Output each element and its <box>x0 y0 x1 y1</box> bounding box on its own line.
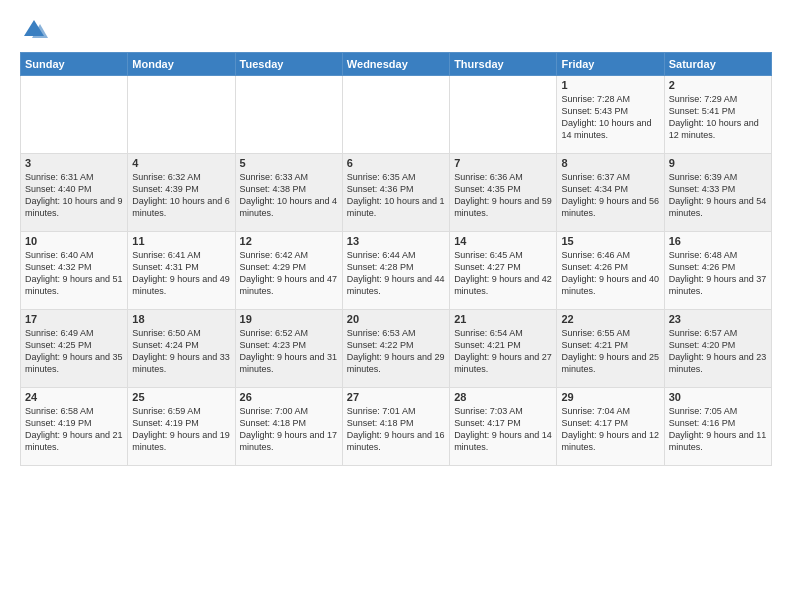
calendar-header-row: SundayMondayTuesdayWednesdayThursdayFrid… <box>21 53 772 76</box>
day-number: 5 <box>240 157 338 169</box>
day-info: Sunrise: 6:49 AM Sunset: 4:25 PM Dayligh… <box>25 327 123 376</box>
day-info: Sunrise: 6:41 AM Sunset: 4:31 PM Dayligh… <box>132 249 230 298</box>
calendar-week-row: 24Sunrise: 6:58 AM Sunset: 4:19 PM Dayli… <box>21 388 772 466</box>
day-info: Sunrise: 6:46 AM Sunset: 4:26 PM Dayligh… <box>561 249 659 298</box>
calendar-cell <box>21 76 128 154</box>
day-info: Sunrise: 6:57 AM Sunset: 4:20 PM Dayligh… <box>669 327 767 376</box>
day-number: 7 <box>454 157 552 169</box>
calendar-cell: 16Sunrise: 6:48 AM Sunset: 4:26 PM Dayli… <box>664 232 771 310</box>
weekday-header: Friday <box>557 53 664 76</box>
day-info: Sunrise: 6:37 AM Sunset: 4:34 PM Dayligh… <box>561 171 659 220</box>
day-info: Sunrise: 6:50 AM Sunset: 4:24 PM Dayligh… <box>132 327 230 376</box>
calendar-cell: 11Sunrise: 6:41 AM Sunset: 4:31 PM Dayli… <box>128 232 235 310</box>
day-number: 29 <box>561 391 659 403</box>
day-number: 17 <box>25 313 123 325</box>
calendar-cell: 28Sunrise: 7:03 AM Sunset: 4:17 PM Dayli… <box>450 388 557 466</box>
day-info: Sunrise: 7:29 AM Sunset: 5:41 PM Dayligh… <box>669 93 767 142</box>
calendar-cell <box>235 76 342 154</box>
day-info: Sunrise: 7:04 AM Sunset: 4:17 PM Dayligh… <box>561 405 659 454</box>
day-number: 13 <box>347 235 445 247</box>
calendar-cell: 7Sunrise: 6:36 AM Sunset: 4:35 PM Daylig… <box>450 154 557 232</box>
weekday-header: Monday <box>128 53 235 76</box>
day-number: 12 <box>240 235 338 247</box>
day-number: 25 <box>132 391 230 403</box>
calendar-cell: 29Sunrise: 7:04 AM Sunset: 4:17 PM Dayli… <box>557 388 664 466</box>
day-info: Sunrise: 6:58 AM Sunset: 4:19 PM Dayligh… <box>25 405 123 454</box>
calendar-cell: 6Sunrise: 6:35 AM Sunset: 4:36 PM Daylig… <box>342 154 449 232</box>
day-info: Sunrise: 6:48 AM Sunset: 4:26 PM Dayligh… <box>669 249 767 298</box>
calendar-cell: 27Sunrise: 7:01 AM Sunset: 4:18 PM Dayli… <box>342 388 449 466</box>
calendar-cell: 12Sunrise: 6:42 AM Sunset: 4:29 PM Dayli… <box>235 232 342 310</box>
day-number: 11 <box>132 235 230 247</box>
day-number: 10 <box>25 235 123 247</box>
calendar-cell: 22Sunrise: 6:55 AM Sunset: 4:21 PM Dayli… <box>557 310 664 388</box>
day-info: Sunrise: 6:44 AM Sunset: 4:28 PM Dayligh… <box>347 249 445 298</box>
day-number: 4 <box>132 157 230 169</box>
calendar-cell: 9Sunrise: 6:39 AM Sunset: 4:33 PM Daylig… <box>664 154 771 232</box>
day-number: 16 <box>669 235 767 247</box>
calendar-cell <box>450 76 557 154</box>
day-info: Sunrise: 7:00 AM Sunset: 4:18 PM Dayligh… <box>240 405 338 454</box>
calendar-cell: 3Sunrise: 6:31 AM Sunset: 4:40 PM Daylig… <box>21 154 128 232</box>
calendar-week-row: 3Sunrise: 6:31 AM Sunset: 4:40 PM Daylig… <box>21 154 772 232</box>
calendar-cell: 24Sunrise: 6:58 AM Sunset: 4:19 PM Dayli… <box>21 388 128 466</box>
day-number: 9 <box>669 157 767 169</box>
day-number: 19 <box>240 313 338 325</box>
day-info: Sunrise: 6:32 AM Sunset: 4:39 PM Dayligh… <box>132 171 230 220</box>
calendar-cell: 1Sunrise: 7:28 AM Sunset: 5:43 PM Daylig… <box>557 76 664 154</box>
calendar-cell: 20Sunrise: 6:53 AM Sunset: 4:22 PM Dayli… <box>342 310 449 388</box>
logo <box>20 16 52 44</box>
day-number: 24 <box>25 391 123 403</box>
day-number: 18 <box>132 313 230 325</box>
day-info: Sunrise: 6:59 AM Sunset: 4:19 PM Dayligh… <box>132 405 230 454</box>
day-info: Sunrise: 6:40 AM Sunset: 4:32 PM Dayligh… <box>25 249 123 298</box>
day-info: Sunrise: 7:28 AM Sunset: 5:43 PM Dayligh… <box>561 93 659 142</box>
calendar-cell: 18Sunrise: 6:50 AM Sunset: 4:24 PM Dayli… <box>128 310 235 388</box>
day-info: Sunrise: 7:05 AM Sunset: 4:16 PM Dayligh… <box>669 405 767 454</box>
day-info: Sunrise: 7:01 AM Sunset: 4:18 PM Dayligh… <box>347 405 445 454</box>
day-info: Sunrise: 6:33 AM Sunset: 4:38 PM Dayligh… <box>240 171 338 220</box>
calendar-table: SundayMondayTuesdayWednesdayThursdayFrid… <box>20 52 772 466</box>
calendar-cell: 25Sunrise: 6:59 AM Sunset: 4:19 PM Dayli… <box>128 388 235 466</box>
day-info: Sunrise: 6:31 AM Sunset: 4:40 PM Dayligh… <box>25 171 123 220</box>
calendar-cell: 5Sunrise: 6:33 AM Sunset: 4:38 PM Daylig… <box>235 154 342 232</box>
day-number: 21 <box>454 313 552 325</box>
calendar-cell: 26Sunrise: 7:00 AM Sunset: 4:18 PM Dayli… <box>235 388 342 466</box>
day-number: 20 <box>347 313 445 325</box>
calendar-cell: 4Sunrise: 6:32 AM Sunset: 4:39 PM Daylig… <box>128 154 235 232</box>
day-info: Sunrise: 6:35 AM Sunset: 4:36 PM Dayligh… <box>347 171 445 220</box>
day-info: Sunrise: 7:03 AM Sunset: 4:17 PM Dayligh… <box>454 405 552 454</box>
calendar-cell <box>128 76 235 154</box>
calendar-cell: 19Sunrise: 6:52 AM Sunset: 4:23 PM Dayli… <box>235 310 342 388</box>
day-number: 14 <box>454 235 552 247</box>
weekday-header: Thursday <box>450 53 557 76</box>
day-number: 1 <box>561 79 659 91</box>
day-number: 30 <box>669 391 767 403</box>
day-number: 28 <box>454 391 552 403</box>
calendar-cell: 15Sunrise: 6:46 AM Sunset: 4:26 PM Dayli… <box>557 232 664 310</box>
calendar-cell: 8Sunrise: 6:37 AM Sunset: 4:34 PM Daylig… <box>557 154 664 232</box>
day-number: 15 <box>561 235 659 247</box>
day-info: Sunrise: 6:39 AM Sunset: 4:33 PM Dayligh… <box>669 171 767 220</box>
page: SundayMondayTuesdayWednesdayThursdayFrid… <box>0 0 792 612</box>
calendar-week-row: 17Sunrise: 6:49 AM Sunset: 4:25 PM Dayli… <box>21 310 772 388</box>
calendar-cell: 23Sunrise: 6:57 AM Sunset: 4:20 PM Dayli… <box>664 310 771 388</box>
calendar-cell: 10Sunrise: 6:40 AM Sunset: 4:32 PM Dayli… <box>21 232 128 310</box>
calendar-week-row: 10Sunrise: 6:40 AM Sunset: 4:32 PM Dayli… <box>21 232 772 310</box>
calendar-cell: 17Sunrise: 6:49 AM Sunset: 4:25 PM Dayli… <box>21 310 128 388</box>
day-number: 22 <box>561 313 659 325</box>
calendar-cell: 2Sunrise: 7:29 AM Sunset: 5:41 PM Daylig… <box>664 76 771 154</box>
weekday-header: Saturday <box>664 53 771 76</box>
day-info: Sunrise: 6:54 AM Sunset: 4:21 PM Dayligh… <box>454 327 552 376</box>
day-info: Sunrise: 6:55 AM Sunset: 4:21 PM Dayligh… <box>561 327 659 376</box>
day-info: Sunrise: 6:52 AM Sunset: 4:23 PM Dayligh… <box>240 327 338 376</box>
calendar-cell: 21Sunrise: 6:54 AM Sunset: 4:21 PM Dayli… <box>450 310 557 388</box>
calendar-week-row: 1Sunrise: 7:28 AM Sunset: 5:43 PM Daylig… <box>21 76 772 154</box>
calendar-cell <box>342 76 449 154</box>
calendar-cell: 13Sunrise: 6:44 AM Sunset: 4:28 PM Dayli… <box>342 232 449 310</box>
weekday-header: Tuesday <box>235 53 342 76</box>
day-number: 8 <box>561 157 659 169</box>
day-info: Sunrise: 6:45 AM Sunset: 4:27 PM Dayligh… <box>454 249 552 298</box>
calendar-cell: 14Sunrise: 6:45 AM Sunset: 4:27 PM Dayli… <box>450 232 557 310</box>
weekday-header: Wednesday <box>342 53 449 76</box>
